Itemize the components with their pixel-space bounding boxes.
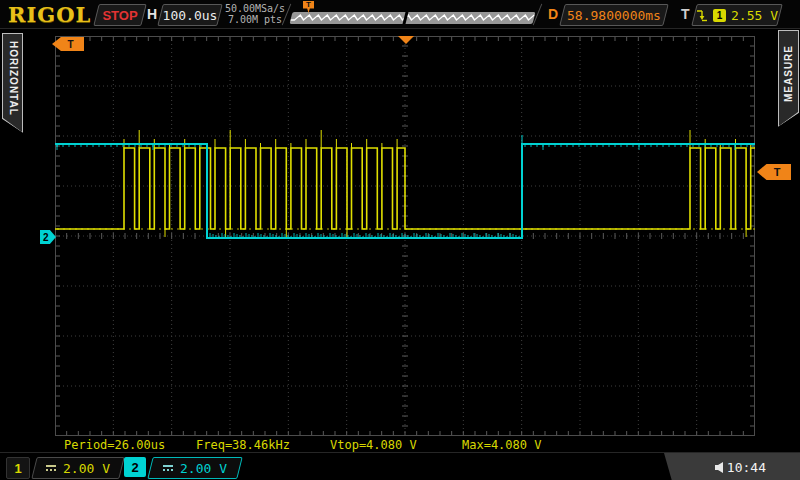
channel1-chip[interactable]: 1: [6, 457, 30, 479]
trigger-position-marker-icon: [398, 36, 414, 44]
timebase-button[interactable]: 100.0us: [157, 4, 222, 26]
dc-coupling-icon: [46, 465, 56, 471]
sample-rate: 50.00MSa/s: [222, 3, 288, 14]
channel2-scale-button[interactable]: 2.00 V: [147, 457, 242, 479]
channel2-chip[interactable]: 2: [124, 457, 146, 477]
oscilloscope-screen: RIGOL STOP H 100.0us 50.00MSa/s 7.00M pt…: [0, 0, 800, 480]
memory-depth: 7.00M pts: [222, 14, 288, 25]
horizontal-label: H: [147, 6, 157, 22]
trigger-label: T: [681, 6, 690, 22]
measurement-vtop: Vtop=4.080 V: [330, 438, 417, 452]
rigol-logo: RIGOL: [8, 2, 91, 27]
tab-horizontal-label: HORIZONTAL: [8, 41, 18, 126]
trigger-level-value: 2.55 V: [731, 8, 778, 23]
system-tray: 10:44: [664, 453, 800, 480]
channel1-scale-button[interactable]: 2.00 V: [31, 457, 124, 479]
run-state-label: STOP: [97, 5, 143, 25]
memory-position-bar: [290, 12, 536, 24]
clock: 10:44: [727, 460, 766, 475]
run-state-button[interactable]: STOP: [93, 4, 146, 26]
timebase-value: 100.0us: [161, 5, 219, 25]
measurement-freq: Freq=38.46kHz: [196, 438, 290, 452]
channel2-ground-marker[interactable]: 2: [40, 230, 56, 244]
tab-horizontal[interactable]: HORIZONTAL: [2, 33, 23, 133]
measurement-period: Period=26.00us: [64, 438, 165, 452]
tab-measure-label: MEASURE: [784, 45, 794, 112]
falling-edge-icon: [696, 8, 708, 22]
delay-readout[interactable]: 58.9800000ms: [559, 4, 668, 26]
graticule-display: [55, 36, 755, 436]
speaker-icon: [715, 462, 724, 473]
channel-status-bar: 1 2.00 V 2 2.00 V 10:44: [0, 452, 800, 480]
channel1-scale: 2.00 V: [63, 461, 110, 476]
trigger-level-marker-icon[interactable]: T: [757, 164, 791, 180]
top-status-bar: RIGOL STOP H 100.0us 50.00MSa/s 7.00M pt…: [0, 0, 800, 29]
trigger-settings-button[interactable]: 1 2.55 V: [691, 4, 782, 26]
channel2-scale: 2.00 V: [180, 461, 227, 476]
tab-measure[interactable]: MEASURE: [778, 30, 799, 127]
delay-label: D: [548, 6, 558, 22]
trigger-source-chip: 1: [713, 9, 726, 22]
measurement-max: Max=4.080 V: [462, 438, 541, 452]
dc-coupling-icon: [163, 465, 173, 471]
delay-value: 58.9800000ms: [563, 5, 665, 25]
acquisition-info: 50.00MSa/s 7.00M pts: [222, 3, 288, 25]
memory-waveform-preview: [290, 12, 536, 24]
